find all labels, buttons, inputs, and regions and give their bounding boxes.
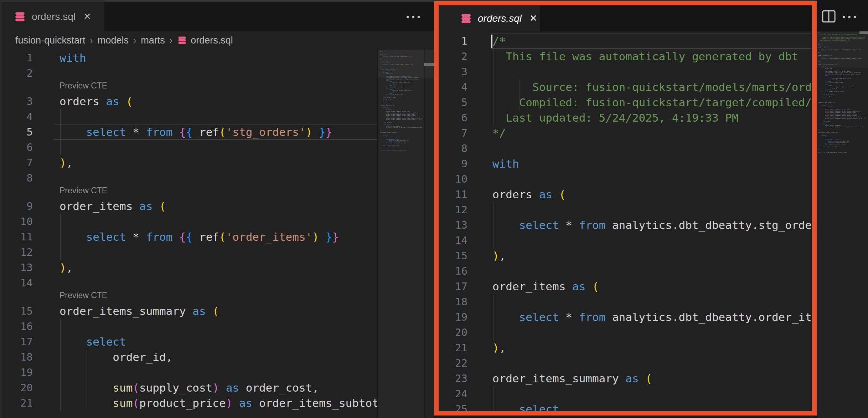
code-line[interactable]: 9with [439,156,811,172]
line-number: 7 [2,155,33,170]
code-line[interactable]: 18 order_id, [2,350,377,365]
code-line[interactable]: 3orders as ( [2,94,377,109]
code-line[interactable]: 14 [2,275,377,291]
code-line[interactable]: 2 This file was automatically generated … [439,49,811,64]
left-editor[interactable]: 1with2Preview CTE3orders as (45 select *… [2,49,377,418]
line-number: 5 [2,124,33,140]
code-line[interactable]: 10 [2,214,377,229]
database-icon [460,12,472,25]
line-number: 15 [2,304,33,319]
code-line[interactable]: 24 [439,386,811,402]
line-number: 8 [2,170,33,186]
line-number: 9 [439,156,467,172]
tab-orders-sql-left[interactable]: orders.sql ✕ [2,2,105,31]
breadcrumb-separator: › [90,35,93,46]
breadcrumb-separator: › [133,35,136,46]
code-line[interactable]: 14 [439,233,811,248]
code-line[interactable]: 15order_items_summary as ( [2,304,377,319]
code-line[interactable]: 1with [2,50,377,66]
line-number: 16 [2,319,33,334]
code-line[interactable]: 5 select * from {{ ref('stg_orders') }} [2,124,377,140]
code-line[interactable]: 3 [439,64,811,80]
code-line[interactable]: 7*/ [439,126,811,141]
code-line[interactable]: 20 sum(supply_cost) as order_cost, [2,380,377,396]
right-editor[interactable]: 1/*2 This file was automatically generat… [439,31,811,411]
code-line[interactable]: 20 [439,325,811,340]
left-scrollbar-cursor-marker[interactable] [424,63,434,66]
code-line[interactable]: 2 [2,66,377,81]
breadcrumb: fusion-quickstart›models›marts› orders.s… [2,31,434,49]
code-line[interactable]: 19 select * from analytics.dbt_dbeatty.o… [439,310,811,325]
line-number: 1 [2,50,33,66]
code-line[interactable]: 17order_items as ( [439,279,811,294]
line-number: 1 [439,34,467,49]
code-line[interactable]: 15), [439,248,811,264]
indent-guide [493,294,494,310]
line-number: 11 [439,187,467,202]
line-number: 8 [439,141,467,156]
codelens-preview-cte[interactable]: Preview CTE [60,186,107,195]
line-number: 13 [2,260,33,275]
close-icon[interactable]: ✕ [83,11,91,22]
code-line[interactable]: 8 [2,170,377,186]
line-number: 2 [439,49,467,64]
code-line[interactable]: 4 [2,109,377,124]
code-line[interactable]: 6 [2,140,377,155]
line-number: 5 [439,95,467,110]
code-line[interactable]: 21 sum(product_price) as order_items_sub… [2,396,377,411]
codelens-preview-cte[interactable]: Preview CTE [60,291,107,300]
code-line[interactable]: 21), [439,340,811,356]
line-number: 3 [439,64,467,80]
breadcrumb-item[interactable]: models [98,35,129,46]
code-line[interactable]: 8 [439,141,811,156]
split-editor-icon[interactable] [822,10,836,24]
code-line[interactable]: 17 select [2,334,377,350]
right-scrollbar-cursor-marker[interactable] [859,31,868,34]
indent-guide [60,365,61,380]
line-number: 25 [439,402,467,411]
breadcrumb-item[interactable]: marts [141,35,165,46]
line-number: 10 [2,214,33,229]
code-line[interactable]: 1/* [439,34,811,49]
code-line[interactable]: 10 [439,172,811,187]
code-line[interactable]: 22 [439,356,811,371]
editor-actions-more-icon[interactable]: ••• [406,12,423,22]
line-number: 11 [2,229,33,245]
code-line[interactable]: 16 [439,264,811,279]
code-line[interactable]: 13 select * from analytics.dbt_dbeatty.s… [439,218,811,233]
code-line[interactable]: 11orders as ( [439,187,811,202]
breadcrumb-item[interactable]: orders.sql [191,35,233,46]
indent-guide [493,325,494,340]
right-minimap[interactable]: /* This file was automatically generated… [818,32,865,160]
left-scrollbar[interactable] [424,49,434,418]
code-line[interactable]: 18 [439,294,811,310]
indent-guide [60,109,61,124]
code-line[interactable]: 7), [2,155,377,170]
line-number: 14 [2,275,33,291]
codelens-preview-cte[interactable]: Preview CTE [60,81,107,91]
code-line[interactable]: 5 Compiled: fusion-quickstart/target/com… [439,95,811,110]
code-line[interactable]: 13), [2,260,377,275]
database-icon [177,35,187,45]
code-line[interactable]: 4 Source: fusion-quickstart/models/marts… [439,80,811,95]
code-line[interactable]: 6 Last updated: 5/24/2025, 4:19:33 PM [439,110,811,126]
close-icon[interactable]: ✕ [529,13,537,24]
code-line[interactable]: 12 [2,245,377,260]
code-line[interactable]: 12 [439,202,811,218]
code-line[interactable]: 9order_items as ( [2,199,377,214]
code-line[interactable]: 23order_items_summary as ( [439,371,811,386]
breadcrumb-separator: › [170,35,172,46]
indent-guide [493,386,494,402]
breadcrumb-item[interactable]: fusion-quickstart [15,35,86,46]
code-line[interactable]: 16 [2,319,377,334]
indent-guide [87,365,87,380]
more-actions-icon[interactable]: ••• [842,12,859,22]
code-line[interactable]: 19 [2,365,377,380]
tab-orders-sql-right-preview[interactable]: orders.sql ✕ [439,5,541,31]
code-line[interactable]: 25 select [439,402,811,411]
line-number: 17 [439,279,467,294]
line-number: 12 [439,202,467,218]
code-line[interactable]: 11 select * from {{ ref('order_items') }… [2,229,377,245]
left-minimap[interactable]: with orders as ( select * from {{ ref('s… [380,51,423,158]
line-number: 19 [2,365,33,380]
